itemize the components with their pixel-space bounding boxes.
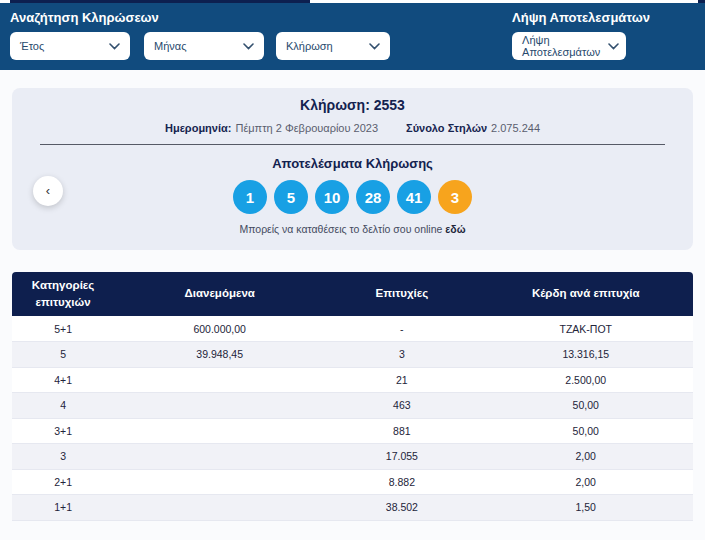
table-cell: 39.948,45: [114, 342, 325, 368]
table-cell: 8.882: [325, 469, 478, 495]
draw-select[interactable]: Κλήρωση: [276, 32, 390, 60]
table-header-cell: Κατηγορίες επιτυχιών: [12, 272, 114, 316]
table-cell: 2,00: [478, 469, 693, 495]
winning-number: 10: [315, 180, 349, 214]
download-select-value: Λήψη Αποτελεσμάτων: [522, 34, 600, 58]
columns-label: Σύνολο Στηλών: [406, 122, 487, 134]
table-cell: 3+1: [12, 418, 114, 444]
draw-info: Ημερομηνία:Πέμπτη 2 Φεβρουαρίου 2023 Σύν…: [12, 122, 693, 134]
table-cell: [114, 444, 325, 470]
winning-number: 5: [274, 180, 308, 214]
table-row: 5+1600.000,00-ΤΖΑΚ-ΠΟΤ: [12, 316, 693, 342]
table-cell: 38.502: [325, 495, 478, 521]
draw-columns: Σύνολο Στηλών2.075.244: [406, 122, 540, 134]
table-cell: 463: [325, 393, 478, 419]
top-hairline: [0, 0, 705, 3]
search-selects-row: Έτος Μήνας Κλήρωση: [10, 32, 390, 60]
results-table: Κατηγορίες επιτυχιώνΔιανεμόμεναΕπιτυχίες…: [12, 272, 693, 521]
draw-title: Κλήρωση: 2553: [12, 97, 693, 113]
chevron-down-icon: [243, 43, 254, 50]
table-row: 539.948,45313.316,15: [12, 342, 693, 368]
draw-date: Ημερομηνία:Πέμπτη 2 Φεβρουαρίου 2023: [165, 122, 378, 134]
table-cell: 3: [12, 444, 114, 470]
winning-number: 1: [233, 180, 267, 214]
table-cell: 13.316,15: [478, 342, 693, 368]
chevron-down-icon: [608, 43, 619, 50]
divider: [40, 144, 665, 145]
year-select-value: Έτος: [20, 40, 44, 52]
table-row: 317.0552,00: [12, 444, 693, 470]
table-cell: 17.055: [325, 444, 478, 470]
winning-number: 41: [397, 180, 431, 214]
table-cell: 4: [12, 393, 114, 419]
table-cell: 5: [12, 342, 114, 368]
table-header-cell: Κέρδη ανά επιτυχία: [478, 272, 693, 316]
results-title: Αποτελέσματα Κλήρωσης: [12, 156, 693, 171]
main-content: Κλήρωση: 2553 Ημερομηνία:Πέμπτη 2 Φεβρου…: [0, 70, 705, 521]
table-cell: [114, 418, 325, 444]
table-cell: 3: [325, 342, 478, 368]
table-header-cell: Διανεμόμενα: [114, 272, 325, 316]
table-cell: 1,50: [478, 495, 693, 521]
table-cell: [114, 469, 325, 495]
table-cell: 21: [325, 367, 478, 393]
table-cell: 2.500,00: [478, 367, 693, 393]
search-header: Αναζήτηση Κληρώσεων Έτος Μήνας Κλήρωση Λ…: [0, 3, 705, 70]
table-cell: [114, 393, 325, 419]
table-header-cell: Επιτυχίες: [325, 272, 478, 316]
table-cell: 4+1: [12, 367, 114, 393]
table-cell: ΤΖΑΚ-ΠΟΤ: [478, 316, 693, 342]
table-cell: 1+1: [12, 495, 114, 521]
table-cell: 50,00: [478, 418, 693, 444]
chevron-down-icon: [369, 43, 380, 50]
winning-number: 28: [356, 180, 390, 214]
table-cell: [114, 495, 325, 521]
table-row: 1+138.5021,50: [12, 495, 693, 521]
chevron-down-icon: [109, 43, 120, 50]
cta-text: Μπορείς να καταθέσεις το δελτίο σου onli…: [239, 223, 442, 235]
columns-value: 2.075.244: [491, 122, 540, 134]
year-select[interactable]: Έτος: [10, 32, 130, 60]
table-header-row: Κατηγορίες επιτυχιώνΔιανεμόμεναΕπιτυχίες…: [12, 272, 693, 316]
table-row: 446350,00: [12, 393, 693, 419]
bonus-number: 3: [438, 180, 472, 214]
date-label: Ημερομηνία:: [165, 122, 231, 134]
chevron-left-icon: ‹: [46, 183, 50, 198]
table-cell: 600.000,00: [114, 316, 325, 342]
search-group: Αναζήτηση Κληρώσεων Έτος Μήνας Κλήρωση: [10, 10, 390, 70]
table-row: 3+188150,00: [12, 418, 693, 444]
table-cell: 2,00: [478, 444, 693, 470]
month-select-value: Μήνας: [154, 40, 186, 52]
table-cell: 50,00: [478, 393, 693, 419]
draw-card: Κλήρωση: 2553 Ημερομηνία:Πέμπτη 2 Φεβρου…: [12, 88, 693, 250]
table-cell: 881: [325, 418, 478, 444]
draw-select-value: Κλήρωση: [286, 40, 333, 52]
table-row: 4+1212.500,00: [12, 367, 693, 393]
download-select[interactable]: Λήψη Αποτελεσμάτων: [512, 32, 626, 60]
cta-link[interactable]: εδώ: [445, 223, 465, 235]
results-table-wrap: Κατηγορίες επιτυχιώνΔιανεμόμεναΕπιτυχίες…: [12, 272, 693, 521]
table-cell: [114, 367, 325, 393]
table-cell: -: [325, 316, 478, 342]
search-title: Αναζήτηση Κληρώσεων: [10, 10, 390, 25]
table-cell: 2+1: [12, 469, 114, 495]
winning-numbers: 151028413: [12, 180, 693, 214]
download-title: Λήψη Αποτελεσμάτων: [512, 10, 650, 25]
table-cell: 5+1: [12, 316, 114, 342]
table-row: 2+18.8822,00: [12, 469, 693, 495]
download-group: Λήψη Αποτελεσμάτων Λήψη Αποτελεσμάτων: [512, 10, 650, 70]
month-select[interactable]: Μήνας: [144, 32, 264, 60]
carousel-prev-button[interactable]: ‹: [33, 176, 63, 206]
cta-line: Μπορείς να καταθέσεις το δελτίο σου onli…: [12, 223, 693, 235]
date-value: Πέμπτη 2 Φεβρουαρίου 2023: [235, 122, 378, 134]
